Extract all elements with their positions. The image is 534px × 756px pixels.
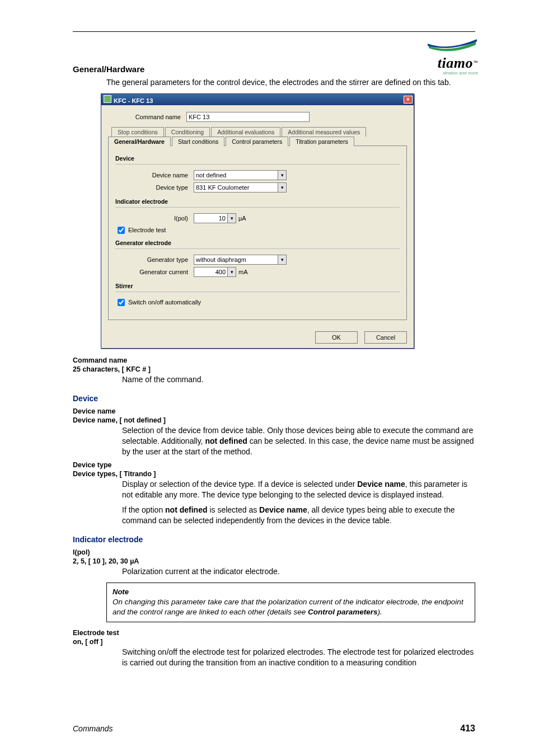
generator-current-label: Generator current: [115, 269, 194, 275]
param-device-name-desc: Selection of the device from device tabl…: [122, 425, 475, 457]
footer-section: Commands: [73, 724, 113, 733]
generator-current-unit: mA: [238, 269, 248, 275]
chevron-down-icon[interactable]: ▾: [278, 182, 287, 192]
ipol-select[interactable]: [194, 213, 227, 223]
param-device-name-values: Device name, [ not defined ]: [73, 416, 475, 424]
generator-type-select[interactable]: [194, 255, 278, 265]
param-device-type-p1: Display or selection of the device type.…: [122, 479, 475, 500]
param-electrode-test-desc: Switching on/off the electrode test for …: [122, 647, 475, 668]
section-indicator-electrode: Indicator electrode: [73, 535, 475, 544]
tab-titration-parameters[interactable]: Titration parameters: [289, 137, 354, 146]
tab-start-conditions[interactable]: Start conditions: [172, 137, 224, 146]
bold: Device name: [357, 480, 405, 489]
text: Display or selection of the device type.…: [122, 480, 357, 489]
stirrer-auto-checkbox[interactable]: [118, 299, 125, 306]
swoosh-icon: [428, 34, 478, 53]
stirrer-auto-label: Switch on/off automatically: [128, 299, 201, 306]
group-stirrer-title: Stirrer: [115, 283, 400, 289]
brand-tagline: titration and more: [428, 71, 478, 76]
note-body: On changing this parameter take care tha…: [113, 597, 469, 617]
device-type-select[interactable]: [194, 182, 278, 192]
text: ).: [378, 608, 382, 616]
text: is selected as: [208, 505, 260, 514]
brand-name: tiamo: [438, 55, 473, 71]
ipol-label: I(pol): [115, 215, 194, 222]
ipol-unit: µA: [238, 215, 246, 222]
ok-button[interactable]: OK: [315, 331, 358, 344]
tab-panel: Device Device name ▾: [108, 145, 407, 320]
param-ipol-values: 2, 5, [ 10 ], 20, 30 µA: [73, 557, 475, 565]
param-ipol-desc: Polarization current at the indicator el…: [122, 566, 475, 577]
electrode-test-label: Electrode test: [128, 227, 166, 233]
tab-conditioning[interactable]: Conditioning: [165, 127, 210, 137]
dialog-titlebar[interactable]: KFC - KFC 13 ×: [101, 94, 414, 105]
device-name-select[interactable]: [194, 170, 278, 180]
dialog-kfc: KFC - KFC 13 × Command name Stop conditi…: [101, 93, 414, 349]
brand-logo: tiamo™ titration and more: [428, 34, 478, 76]
header-rule: [73, 31, 475, 32]
tab-stop-conditions[interactable]: Stop conditions: [111, 127, 164, 137]
param-device-name: Device name: [73, 407, 475, 415]
text: On changing this parameter take care tha…: [113, 598, 463, 616]
close-icon[interactable]: ×: [404, 96, 413, 104]
general-hardware-intro: The general parameters for the control d…: [106, 77, 475, 88]
section-device: Device: [73, 394, 475, 403]
tab-additional-measured-values[interactable]: Additional measured values: [282, 127, 366, 137]
text: If the option: [122, 505, 165, 514]
group-device-title: Device: [115, 155, 400, 162]
note-box: Note On changing this parameter take car…: [106, 583, 475, 622]
param-device-type-p2: If the option not defined is selected as…: [122, 505, 475, 526]
generator-type-label: Generator type: [115, 256, 194, 263]
param-electrode-test-values: on, [ off ]: [73, 638, 475, 646]
section-general-hardware: General/Hardware: [73, 64, 475, 74]
bold: not defined: [205, 436, 247, 445]
dialog-title-text: KFC - KFC 13: [114, 97, 153, 104]
param-command-name-desc: Name of the command.: [122, 374, 475, 385]
param-ipol: I(pol): [73, 548, 475, 556]
group-indicator-title: Indicator electrode: [115, 198, 400, 205]
command-name-input[interactable]: [186, 112, 310, 122]
bold: Control parameters: [308, 608, 378, 616]
chevron-down-icon[interactable]: ▾: [227, 213, 236, 223]
note-title: Note: [113, 588, 469, 596]
chevron-down-icon[interactable]: ▾: [278, 170, 287, 180]
command-name-label: Command name: [108, 114, 186, 120]
chevron-down-icon[interactable]: ▾: [278, 255, 287, 265]
trademark: ™: [473, 60, 478, 65]
tab-additional-evaluations[interactable]: Additional evaluations: [211, 127, 280, 137]
device-type-label: Device type: [115, 184, 194, 191]
generator-current-select[interactable]: [194, 267, 227, 277]
device-name-label: Device name: [115, 172, 194, 179]
tab-control-parameters[interactable]: Control parameters: [226, 137, 288, 146]
electrode-test-checkbox[interactable]: [118, 227, 125, 234]
page-number: 413: [460, 724, 475, 734]
app-icon: [104, 95, 111, 103]
param-electrode-test: Electrode test: [73, 629, 475, 637]
cancel-button[interactable]: Cancel: [364, 331, 407, 344]
param-command-name: Command name: [73, 356, 475, 364]
group-generator-title: Generator electrode: [115, 240, 400, 246]
param-command-name-values: 25 characters, [ KFC # ]: [73, 365, 475, 373]
bold: not defined: [165, 505, 207, 514]
bold: Device name: [259, 505, 307, 514]
chevron-down-icon[interactable]: ▾: [227, 267, 236, 277]
param-device-type: Device type: [73, 461, 475, 469]
param-device-type-values: Device types, [ Titrando ]: [73, 470, 475, 478]
tab-general-hardware[interactable]: General/Hardware: [108, 137, 171, 146]
